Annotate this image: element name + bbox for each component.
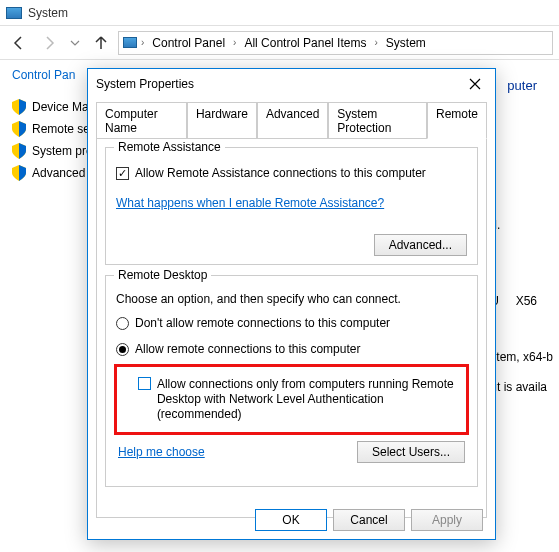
history-dropdown[interactable] [66,34,84,52]
apply-button[interactable]: Apply [411,509,483,531]
chevron-icon: › [233,37,236,48]
bg-line: ut is availa [490,372,553,402]
allow-remote-assistance-label: Allow Remote Assistance connections to t… [135,166,426,180]
sidebar-label: Remote se [32,122,90,136]
address-icon [123,37,137,48]
remote-assistance-group: Remote Assistance Allow Remote Assistanc… [105,147,478,265]
shield-icon [12,99,26,115]
crumb-1[interactable]: All Control Panel Items [240,34,370,52]
sidebar-label: System pro [32,144,93,158]
allow-remote-assistance-checkbox[interactable] [116,167,129,180]
shield-icon [12,121,26,137]
up-button[interactable] [88,30,114,56]
sidebar-label: Advanced [32,166,85,180]
chevron-icon: › [141,37,144,48]
crumb-0[interactable]: Control Panel [148,34,229,52]
dont-allow-label: Don't allow remote connections to this c… [135,316,390,330]
chevron-icon: › [374,37,377,48]
bg-line: d. [490,210,553,240]
tab-advanced[interactable]: Advanced [257,102,328,139]
select-users-button[interactable]: Select Users... [357,441,465,463]
group-legend: Remote Assistance [114,140,225,154]
license-link[interactable]: are License [490,542,553,552]
tab-system-protection[interactable]: System Protection [328,102,427,139]
cancel-button[interactable]: Cancel [333,509,405,531]
allow-connections-radio[interactable] [116,343,129,356]
dialog-title: System Properties [96,77,194,91]
tab-remote[interactable]: Remote [427,102,487,139]
remote-desktop-group: Remote Desktop Choose an option, and the… [105,275,478,487]
crumb-2[interactable]: System [382,34,430,52]
tab-computer-name[interactable]: Computer Name [96,102,187,139]
help-me-choose-link[interactable]: Help me choose [118,445,205,459]
group-legend: Remote Desktop [114,268,211,282]
shield-icon [12,143,26,159]
tab-content: Remote Assistance Allow Remote Assistanc… [96,138,487,518]
system-icon [6,7,22,19]
tab-hardware[interactable]: Hardware [187,102,257,139]
allow-connections-label: Allow remote connections to this compute… [135,342,360,356]
titlebar: System [0,0,559,26]
dont-allow-radio[interactable] [116,317,129,330]
tab-strip: Computer Name Hardware Advanced System P… [96,101,487,138]
address-bar[interactable]: › Control Panel › All Control Panel Item… [118,31,553,55]
nav-toolbar: › Control Panel › All Control Panel Item… [0,26,559,60]
ra-advanced-button[interactable]: Advanced... [374,234,467,256]
highlight-box: Allow connections only from computers ru… [114,364,469,435]
ok-button[interactable]: OK [255,509,327,531]
close-icon [469,78,481,90]
shield-icon [12,165,26,181]
ra-help-link[interactable]: What happens when I enable Remote Assist… [116,196,384,210]
dialog-titlebar: System Properties [88,69,495,99]
dialog-button-row: OK Cancel Apply [255,509,483,531]
bg-info: d. U X56 stem, x64-b ut is availa are Li… [490,210,553,552]
system-properties-dialog: System Properties Computer Name Hardware… [87,68,496,540]
forward-button[interactable] [36,30,62,56]
bg-line: X56 [516,294,537,308]
bg-line: stem, x64-b [490,342,553,372]
back-button[interactable] [6,30,32,56]
close-button[interactable] [463,72,487,96]
nla-label: Allow connections only from computers ru… [157,377,460,422]
nla-checkbox[interactable] [138,377,151,390]
window-title: System [28,6,68,20]
rd-intro-text: Choose an option, and then specify who c… [116,292,467,306]
sidebar-label: Device Ma [32,100,89,114]
